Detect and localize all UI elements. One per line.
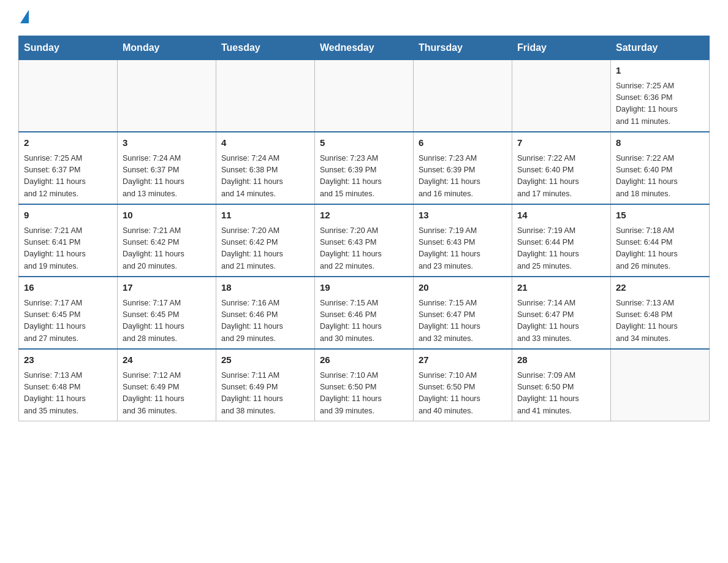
- day-number: 4: [221, 136, 309, 150]
- calendar-day-cell: [19, 60, 118, 132]
- day-info: Sunrise: 7:13 AM Sunset: 6:48 PM Dayligh…: [24, 370, 112, 418]
- weekday-header-tuesday: Tuesday: [216, 36, 315, 60]
- day-info: Sunrise: 7:23 AM Sunset: 6:39 PM Dayligh…: [419, 153, 507, 201]
- calendar-day-cell: 20Sunrise: 7:15 AM Sunset: 6:47 PM Dayli…: [414, 277, 512, 349]
- calendar-week-row: 1Sunrise: 7:25 AM Sunset: 6:36 PM Daylig…: [19, 60, 710, 132]
- day-number: 14: [517, 209, 605, 223]
- calendar-day-cell: [611, 349, 710, 421]
- calendar-day-cell: 25Sunrise: 7:11 AM Sunset: 6:49 PM Dayli…: [216, 349, 315, 421]
- calendar-day-cell: 8Sunrise: 7:22 AM Sunset: 6:40 PM Daylig…: [611, 132, 710, 204]
- day-number: 10: [123, 209, 211, 223]
- calendar-day-cell: [414, 60, 512, 132]
- calendar-day-cell: [315, 60, 414, 132]
- day-info: Sunrise: 7:12 AM Sunset: 6:49 PM Dayligh…: [123, 370, 211, 418]
- day-number: 21: [517, 281, 605, 295]
- calendar-day-cell: 6Sunrise: 7:23 AM Sunset: 6:39 PM Daylig…: [414, 132, 512, 204]
- calendar-day-cell: 16Sunrise: 7:17 AM Sunset: 6:45 PM Dayli…: [19, 277, 118, 349]
- calendar-day-cell: 1Sunrise: 7:25 AM Sunset: 6:36 PM Daylig…: [611, 60, 710, 132]
- day-info: Sunrise: 7:14 AM Sunset: 6:47 PM Dayligh…: [517, 297, 605, 345]
- day-number: 22: [616, 281, 704, 295]
- day-info: Sunrise: 7:13 AM Sunset: 6:48 PM Dayligh…: [616, 297, 704, 345]
- calendar-day-cell: 17Sunrise: 7:17 AM Sunset: 6:45 PM Dayli…: [118, 277, 216, 349]
- calendar-day-cell: 7Sunrise: 7:22 AM Sunset: 6:40 PM Daylig…: [512, 132, 611, 204]
- calendar-day-cell: 3Sunrise: 7:24 AM Sunset: 6:37 PM Daylig…: [118, 132, 216, 204]
- day-info: Sunrise: 7:16 AM Sunset: 6:46 PM Dayligh…: [221, 297, 309, 345]
- day-info: Sunrise: 7:23 AM Sunset: 6:39 PM Dayligh…: [320, 153, 408, 201]
- day-info: Sunrise: 7:24 AM Sunset: 6:37 PM Dayligh…: [123, 153, 211, 201]
- logo-triangle-icon: [20, 10, 29, 23]
- calendar-day-cell: 13Sunrise: 7:19 AM Sunset: 6:43 PM Dayli…: [414, 204, 512, 277]
- day-info: Sunrise: 7:25 AM Sunset: 6:36 PM Dayligh…: [616, 80, 704, 128]
- calendar-day-cell: 24Sunrise: 7:12 AM Sunset: 6:49 PM Dayli…: [118, 349, 216, 421]
- calendar-week-row: 9Sunrise: 7:21 AM Sunset: 6:41 PM Daylig…: [19, 204, 710, 277]
- day-number: 5: [320, 136, 408, 150]
- calendar-day-cell: 21Sunrise: 7:14 AM Sunset: 6:47 PM Dayli…: [512, 277, 611, 349]
- day-info: Sunrise: 7:22 AM Sunset: 6:40 PM Dayligh…: [517, 153, 605, 201]
- calendar-day-cell: 11Sunrise: 7:20 AM Sunset: 6:42 PM Dayli…: [216, 204, 315, 277]
- weekday-header-wednesday: Wednesday: [315, 36, 414, 60]
- day-number: 15: [616, 209, 704, 223]
- calendar-day-cell: [118, 60, 216, 132]
- weekday-header-monday: Monday: [118, 36, 216, 60]
- day-info: Sunrise: 7:15 AM Sunset: 6:47 PM Dayligh…: [419, 297, 507, 345]
- calendar-day-cell: 26Sunrise: 7:10 AM Sunset: 6:50 PM Dayli…: [315, 349, 414, 421]
- day-number: 19: [320, 281, 408, 295]
- day-number: 2: [24, 136, 112, 150]
- calendar-day-cell: 22Sunrise: 7:13 AM Sunset: 6:48 PM Dayli…: [611, 277, 710, 349]
- day-number: 9: [24, 209, 112, 223]
- day-info: Sunrise: 7:25 AM Sunset: 6:37 PM Dayligh…: [24, 153, 112, 201]
- day-number: 6: [419, 136, 507, 150]
- day-info: Sunrise: 7:17 AM Sunset: 6:45 PM Dayligh…: [123, 297, 211, 345]
- day-number: 8: [616, 136, 704, 150]
- day-number: 23: [24, 353, 112, 367]
- calendar-day-cell: [512, 60, 611, 132]
- day-number: 13: [419, 209, 507, 223]
- calendar-day-cell: 9Sunrise: 7:21 AM Sunset: 6:41 PM Daylig…: [19, 204, 118, 277]
- day-number: 7: [517, 136, 605, 150]
- calendar-day-cell: 2Sunrise: 7:25 AM Sunset: 6:37 PM Daylig…: [19, 132, 118, 204]
- calendar-day-cell: 19Sunrise: 7:15 AM Sunset: 6:46 PM Dayli…: [315, 277, 414, 349]
- day-info: Sunrise: 7:24 AM Sunset: 6:38 PM Dayligh…: [221, 153, 309, 201]
- calendar-week-row: 23Sunrise: 7:13 AM Sunset: 6:48 PM Dayli…: [19, 349, 710, 421]
- calendar-table: SundayMondayTuesdayWednesdayThursdayFrid…: [18, 36, 710, 421]
- weekday-header-saturday: Saturday: [611, 36, 710, 60]
- day-info: Sunrise: 7:10 AM Sunset: 6:50 PM Dayligh…: [320, 370, 408, 418]
- weekday-header-sunday: Sunday: [19, 36, 118, 60]
- day-info: Sunrise: 7:09 AM Sunset: 6:50 PM Dayligh…: [517, 370, 605, 418]
- day-info: Sunrise: 7:19 AM Sunset: 6:43 PM Dayligh…: [419, 225, 507, 273]
- calendar-day-cell: 5Sunrise: 7:23 AM Sunset: 6:39 PM Daylig…: [315, 132, 414, 204]
- calendar-day-cell: 10Sunrise: 7:21 AM Sunset: 6:42 PM Dayli…: [118, 204, 216, 277]
- page-header: [18, 12, 710, 23]
- calendar-day-cell: 23Sunrise: 7:13 AM Sunset: 6:48 PM Dayli…: [19, 349, 118, 421]
- day-number: 27: [419, 353, 507, 367]
- day-info: Sunrise: 7:18 AM Sunset: 6:44 PM Dayligh…: [616, 225, 704, 273]
- calendar-week-row: 16Sunrise: 7:17 AM Sunset: 6:45 PM Dayli…: [19, 277, 710, 349]
- day-number: 25: [221, 353, 309, 367]
- day-info: Sunrise: 7:20 AM Sunset: 6:43 PM Dayligh…: [320, 225, 408, 273]
- day-number: 3: [123, 136, 211, 150]
- day-info: Sunrise: 7:17 AM Sunset: 6:45 PM Dayligh…: [24, 297, 112, 345]
- day-number: 20: [419, 281, 507, 295]
- calendar-day-cell: 28Sunrise: 7:09 AM Sunset: 6:50 PM Dayli…: [512, 349, 611, 421]
- day-info: Sunrise: 7:11 AM Sunset: 6:49 PM Dayligh…: [221, 370, 309, 418]
- day-info: Sunrise: 7:10 AM Sunset: 6:50 PM Dayligh…: [419, 370, 507, 418]
- day-info: Sunrise: 7:21 AM Sunset: 6:42 PM Dayligh…: [123, 225, 211, 273]
- day-number: 11: [221, 209, 309, 223]
- calendar-day-cell: 14Sunrise: 7:19 AM Sunset: 6:44 PM Dayli…: [512, 204, 611, 277]
- day-number: 12: [320, 209, 408, 223]
- day-number: 17: [123, 281, 211, 295]
- calendar-week-row: 2Sunrise: 7:25 AM Sunset: 6:37 PM Daylig…: [19, 132, 710, 204]
- day-info: Sunrise: 7:19 AM Sunset: 6:44 PM Dayligh…: [517, 225, 605, 273]
- day-info: Sunrise: 7:20 AM Sunset: 6:42 PM Dayligh…: [221, 225, 309, 273]
- calendar-day-cell: [216, 60, 315, 132]
- calendar-day-cell: 4Sunrise: 7:24 AM Sunset: 6:38 PM Daylig…: [216, 132, 315, 204]
- day-info: Sunrise: 7:21 AM Sunset: 6:41 PM Dayligh…: [24, 225, 112, 273]
- calendar-day-cell: 15Sunrise: 7:18 AM Sunset: 6:44 PM Dayli…: [611, 204, 710, 277]
- calendar-day-cell: 18Sunrise: 7:16 AM Sunset: 6:46 PM Dayli…: [216, 277, 315, 349]
- day-number: 24: [123, 353, 211, 367]
- logo: [18, 12, 29, 23]
- weekday-header-friday: Friday: [512, 36, 611, 60]
- day-number: 26: [320, 353, 408, 367]
- weekday-header-thursday: Thursday: [414, 36, 512, 60]
- calendar-day-cell: 27Sunrise: 7:10 AM Sunset: 6:50 PM Dayli…: [414, 349, 512, 421]
